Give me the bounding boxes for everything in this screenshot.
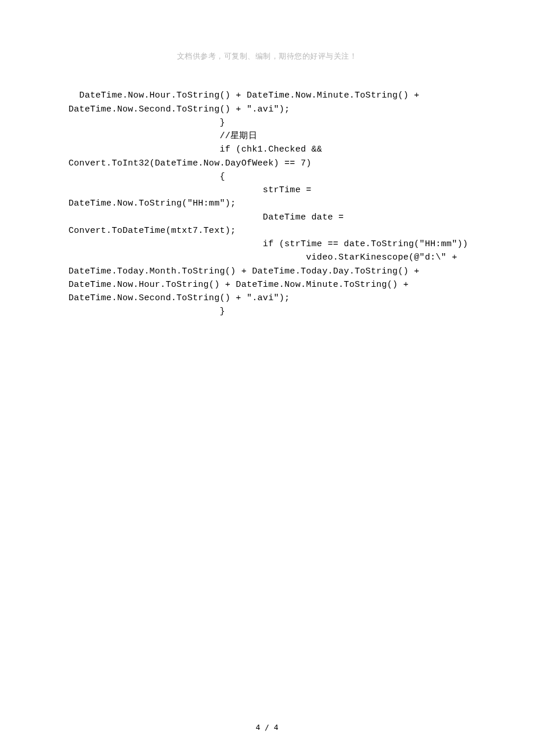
document-header: 文档供参考，可复制、编制，期待您的好评与关注！ bbox=[0, 51, 534, 62]
code-text: DateTime.Now.Hour.ToString() + DateTime.… bbox=[68, 91, 468, 316]
page-footer: 4 / 4 bbox=[0, 723, 534, 732]
header-text: 文档供参考，可复制、编制，期待您的好评与关注！ bbox=[177, 52, 358, 60]
code-content: DateTime.Now.Hour.ToString() + DateTime.… bbox=[68, 75, 476, 319]
page-number: 4 / 4 bbox=[255, 723, 278, 732]
